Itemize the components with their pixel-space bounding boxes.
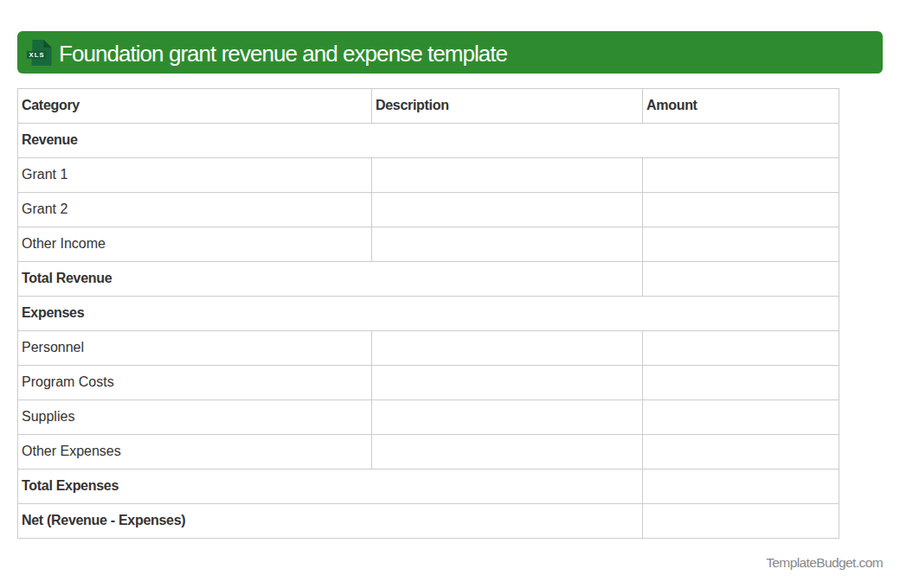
svg-text:XLS: XLS: [29, 51, 44, 59]
